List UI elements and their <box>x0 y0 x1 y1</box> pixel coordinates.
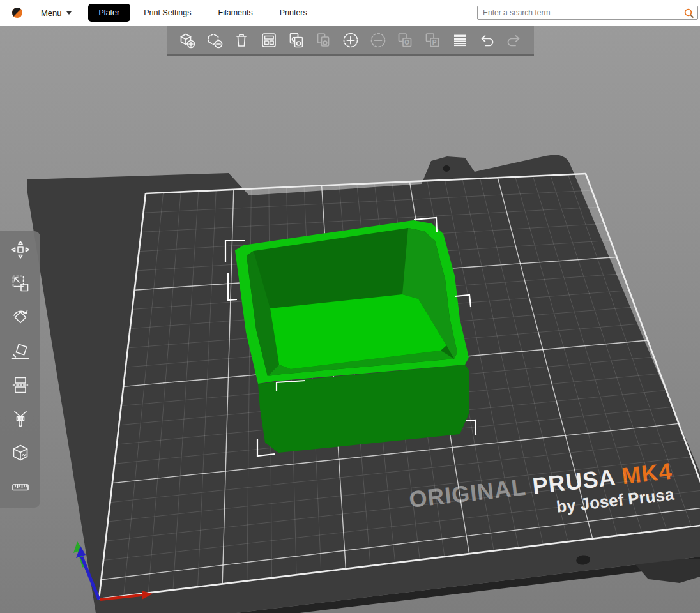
scale-icon <box>10 273 31 294</box>
trash-icon <box>232 31 251 50</box>
model-object-box[interactable] <box>235 220 469 453</box>
svg-text:P: P <box>432 39 437 46</box>
gizmo-rotate-button[interactable] <box>8 305 33 329</box>
gizmo-measure-button[interactable] <box>8 474 33 499</box>
search-icon[interactable] <box>683 8 695 19</box>
svg-text:O: O <box>405 39 410 46</box>
search-box <box>477 6 698 20</box>
delete-object-icon <box>205 31 224 50</box>
delete-all-button[interactable] <box>229 27 254 53</box>
bed-tab-hole <box>443 165 450 172</box>
gizmo-seam-button[interactable] <box>8 441 33 465</box>
viewport-3d[interactable]: ORIGINAL PRUSA MK4 by Josef Prusa <box>0 0 700 613</box>
gizmo-move-button[interactable] <box>8 238 33 262</box>
place-on-face-icon <box>10 341 31 361</box>
copy-button[interactable] <box>284 27 309 53</box>
remove-instance-button[interactable] <box>365 27 391 53</box>
move-icon <box>10 239 31 260</box>
top-app-bar: Menu Plater Print Settings Filaments Pri… <box>0 0 700 26</box>
gizmo-paint-supports-button[interactable] <box>8 407 33 431</box>
measure-icon <box>10 476 31 497</box>
tab-print-settings[interactable]: Print Settings <box>144 4 191 22</box>
prusa-logo-icon <box>11 7 23 19</box>
delete-object-button[interactable] <box>202 27 227 53</box>
layer-height-icon <box>450 31 469 50</box>
chevron-down-icon <box>66 11 72 15</box>
split-to-objects-icon: O <box>395 31 415 50</box>
gizmo-cut-button[interactable] <box>8 373 33 397</box>
menu-button[interactable]: Menu <box>40 6 73 20</box>
undo-icon <box>477 31 496 50</box>
redo-button[interactable] <box>501 27 527 53</box>
tab-plater[interactable]: Plater <box>88 4 131 22</box>
undo-button[interactable] <box>474 27 499 53</box>
gizmo-toolbar <box>0 231 40 508</box>
seam-painting-icon <box>10 443 31 463</box>
cut-icon <box>10 375 31 395</box>
split-to-objects-button[interactable]: O <box>392 27 418 53</box>
copy-icon <box>287 31 306 50</box>
brand-mk4-text: MK4 <box>620 458 673 489</box>
gizmo-scale-button[interactable] <box>8 271 33 296</box>
tab-printers[interactable]: Printers <box>280 4 307 22</box>
paste-button[interactable] <box>310 27 336 53</box>
tab-filaments[interactable]: Filaments <box>218 4 253 22</box>
paste-icon <box>314 31 333 50</box>
redo-icon <box>505 31 524 50</box>
plater-toolbar: O P <box>167 26 534 56</box>
menu-label: Menu <box>41 8 62 18</box>
gizmo-place-on-face-button[interactable] <box>8 339 33 363</box>
arrange-button[interactable] <box>256 27 282 53</box>
split-to-parts-button[interactable]: P <box>420 27 445 53</box>
add-instance-button[interactable] <box>338 27 363 53</box>
remove-instance-icon <box>369 31 388 50</box>
search-input[interactable] <box>478 6 697 19</box>
variable-layer-height-button[interactable] <box>447 27 473 53</box>
paint-supports-icon <box>10 409 31 429</box>
add-instance-icon <box>341 31 360 50</box>
split-to-parts-icon: P <box>423 31 442 50</box>
add-object-button[interactable] <box>174 27 200 53</box>
arrange-icon <box>259 31 278 50</box>
add-object-icon <box>178 31 197 50</box>
main-tabs: Plater Print Settings Filaments Printers <box>88 4 334 22</box>
rotate-icon <box>10 307 31 328</box>
